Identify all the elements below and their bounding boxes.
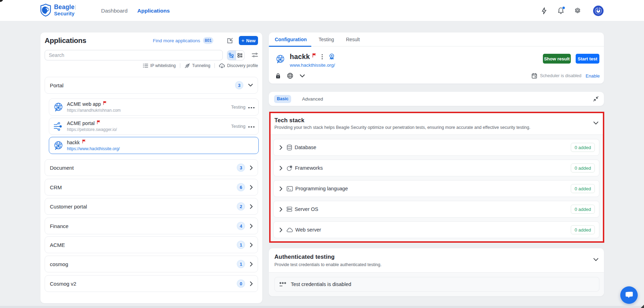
kebab-menu-icon[interactable] xyxy=(321,54,323,59)
separator xyxy=(214,63,215,68)
group-customer-portal[interactable]: Customer portal 2 xyxy=(45,198,258,215)
authenticated-testing-card: Authenticated testing Provide test crede… xyxy=(268,248,604,296)
scheduler-enable-link[interactable]: Enable xyxy=(586,73,600,79)
chevron-down-icon[interactable] xyxy=(593,122,598,125)
search-input[interactable] xyxy=(45,50,223,60)
main-nav: Dashboard Applications xyxy=(101,0,170,21)
chevron-right-icon xyxy=(280,145,282,150)
frameworks-icon xyxy=(287,165,293,171)
bottom-strip xyxy=(0,306,644,308)
award-badge-icon[interactable] xyxy=(328,53,335,60)
ip-whitelisting-link[interactable]: IP whitelisting xyxy=(143,63,176,68)
group-count-badge: 6 xyxy=(237,183,245,191)
chevron-right-icon xyxy=(280,166,282,170)
chevron-right-icon xyxy=(280,207,282,212)
database-icon xyxy=(287,145,292,151)
group-count-badge: 3 xyxy=(235,81,243,89)
list-bullets-icon xyxy=(143,64,148,68)
group-cosmog-v2[interactable]: Cosmog v2 0 xyxy=(45,275,258,292)
beagle-security-logo[interactable]: Beagle Security xyxy=(40,3,76,17)
server-icon xyxy=(287,206,292,212)
group-count-badge: 1 xyxy=(237,241,245,249)
detail-tabs: Configuration Testing Result xyxy=(269,32,604,46)
mode-card: Basic Advanced xyxy=(268,91,604,106)
collapse-icon[interactable] xyxy=(593,96,599,102)
filter-sliders-icon[interactable] xyxy=(252,52,258,58)
application-hackk[interactable]: hackk https://www.hackthissite.org/ xyxy=(49,137,259,154)
tech-stack-card: Tech stack Providing your tech stack hel… xyxy=(271,113,603,241)
tech-row-database[interactable]: Database 0 added xyxy=(273,139,599,156)
test-credentials-status: Test credentials is disabled xyxy=(291,281,351,287)
notifications-bell-icon[interactable] xyxy=(557,7,565,15)
chevron-right-icon xyxy=(250,166,253,170)
chevron-down-icon xyxy=(248,84,253,87)
tech-row-server-os[interactable]: Server OS 0 added xyxy=(273,201,599,218)
web-app-globe-icon xyxy=(53,102,63,112)
tab-testing[interactable]: Testing xyxy=(313,37,340,42)
shield-dog-icon xyxy=(40,3,52,17)
test-credentials-row[interactable]: Test credentials is disabled xyxy=(274,277,599,292)
app-url-link[interactable]: www.hackthissite.org/ xyxy=(290,63,335,68)
status-testing: Testing xyxy=(231,124,245,129)
chevron-right-icon xyxy=(280,186,282,191)
import-icon[interactable] xyxy=(227,38,233,44)
added-count-badge: 0 added xyxy=(571,184,595,193)
find-more-applications-link[interactable]: Find more applications xyxy=(153,38,200,43)
group-count-badge: 1 xyxy=(237,260,245,268)
logo-text-beagle: Beagle xyxy=(54,4,75,10)
tab-advanced[interactable]: Advanced xyxy=(302,96,323,102)
group-crm[interactable]: CRM 6 xyxy=(45,179,258,196)
tab-result[interactable]: Result xyxy=(340,37,366,42)
annotation-red-box: Tech stack Providing your tech stack hel… xyxy=(269,112,604,243)
tab-configuration[interactable]: Configuration xyxy=(269,37,313,42)
group-acme[interactable]: ACME 1 xyxy=(45,236,258,253)
application-acme-portal[interactable]: ACME portal https://petstore.swagger.io/… xyxy=(49,118,259,135)
scheduler-status-text: Scheduler is disabled xyxy=(540,73,582,78)
chevron-right-icon xyxy=(250,262,253,266)
notification-dot xyxy=(562,6,565,9)
tech-row-frameworks[interactable]: Frameworks 0 added xyxy=(273,160,599,176)
user-avatar[interactable] xyxy=(593,6,604,16)
group-count-badge: 2 xyxy=(237,202,245,211)
tech-row-programming-language[interactable]: Programming language 0 added xyxy=(273,180,599,197)
chevron-down-icon[interactable] xyxy=(300,74,305,78)
application-acme-web-app[interactable]: ACME web app https://anandhukrishnan.com… xyxy=(49,98,259,116)
lightning-icon[interactable] xyxy=(540,7,548,15)
discovery-profile-link[interactable]: Discovery profile xyxy=(219,63,258,68)
group-document[interactable]: Document 3 xyxy=(45,159,258,176)
group-portal[interactable]: Portal 3 xyxy=(45,77,258,94)
chevron-right-icon xyxy=(250,185,253,190)
view-toggle xyxy=(227,50,244,60)
group-count-badge: 4 xyxy=(237,222,245,230)
terminal-icon xyxy=(287,186,293,191)
applications-panel: Applications Find more applications 801 … xyxy=(40,32,263,303)
lock-icon[interactable] xyxy=(276,73,280,79)
settings-gear-icon[interactable] xyxy=(574,7,581,15)
list-view-toggle[interactable] xyxy=(236,51,244,60)
authenticated-testing-title: Authenticated testing xyxy=(274,254,335,260)
chevron-right-icon xyxy=(250,224,253,228)
tab-basic[interactable]: Basic xyxy=(274,95,291,103)
top-navbar: Beagle Security Dashboard Applications xyxy=(0,0,644,21)
status-testing: Testing xyxy=(231,104,245,110)
added-count-badge: 0 added xyxy=(571,143,595,152)
nav-applications[interactable]: Applications xyxy=(137,8,170,14)
chevron-down-icon[interactable] xyxy=(593,258,598,261)
start-test-button[interactable]: Start test xyxy=(576,54,599,64)
app-header: hackk www.hackthissite.org/ xyxy=(275,53,335,68)
nav-dashboard[interactable]: Dashboard xyxy=(101,8,128,14)
show-result-button[interactable]: Show result xyxy=(543,54,571,64)
tree-view-toggle[interactable] xyxy=(227,51,235,60)
loading-dots xyxy=(248,107,255,108)
tunneling-link[interactable]: Tunneling xyxy=(184,63,210,68)
group-finance[interactable]: Finance 4 xyxy=(45,218,258,234)
separator xyxy=(180,63,180,68)
chevron-right-icon xyxy=(250,281,253,286)
new-application-button[interactable]: + New xyxy=(239,36,258,45)
chat-bubble-icon xyxy=(625,291,634,299)
globe-icon[interactable] xyxy=(287,73,293,79)
web-app-globe-icon xyxy=(53,140,63,151)
chat-widget-button[interactable] xyxy=(620,286,638,304)
group-cosmog[interactable]: cosmog 1 xyxy=(45,256,258,272)
tech-row-web-server[interactable]: Web server 0 added xyxy=(273,221,599,238)
